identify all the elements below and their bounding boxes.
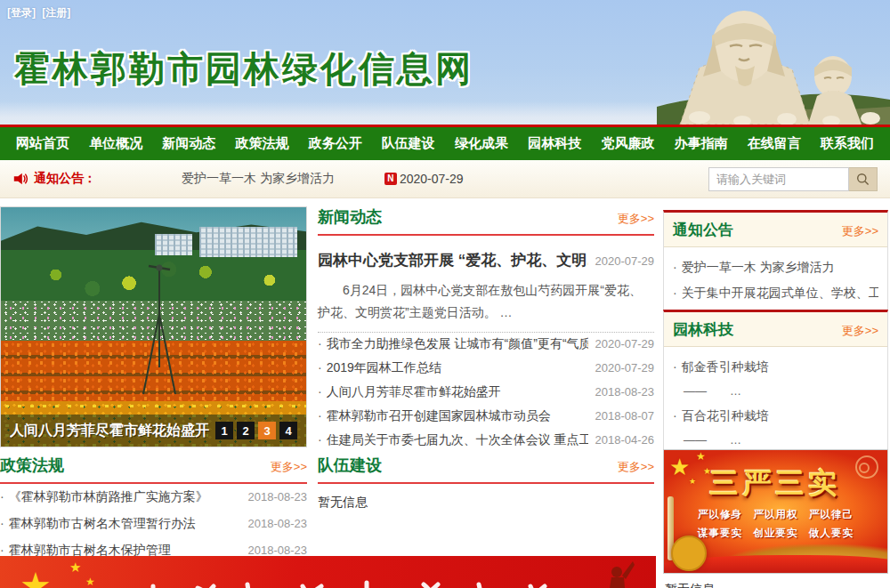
nav-item-greening[interactable]: 绿化成果: [451, 135, 512, 152]
bottom-flag-banner[interactable]: ★ ★ ★ ★: [0, 556, 656, 588]
search-input[interactable]: [708, 167, 849, 191]
new-badge-icon: N: [384, 173, 397, 185]
search-button[interactable]: [849, 167, 878, 191]
news-list-item: ·我市全力助推绿色发展 让城市有“颜值”更有“气质” 2020-07-29: [318, 336, 654, 360]
tech-box-header: 园林科技 更多>>: [664, 312, 887, 347]
flower-field-photo: [1, 207, 306, 447]
news-item-date: 2020-07-29: [595, 337, 655, 350]
photo-carousel[interactable]: 人间八月芳菲尽霍市鲜花始盛开 1 2 3 4: [0, 206, 307, 447]
bullet: ·: [673, 286, 677, 300]
carousel-page-2[interactable]: 2: [237, 422, 255, 439]
news-item-link[interactable]: ·霍林郭勒市召开创建国家园林城市动员会: [318, 408, 588, 424]
news-header: 新闻动态 更多>>: [318, 206, 654, 228]
nav-item-policy[interactable]: 政策法规: [232, 135, 293, 152]
notice-box-item[interactable]: ·关于集中开展花园式单位、学校、工厂...: [673, 280, 878, 306]
tech-box-item-title: 百合花引种栽培: [682, 408, 769, 423]
featured-article-date: 2020-07-29: [595, 254, 655, 268]
team-underline: [318, 482, 654, 484]
news-item-date: 2020-07-29: [595, 361, 655, 375]
bullet: ·: [673, 408, 677, 423]
news-more-link[interactable]: 更多>>: [618, 211, 654, 227]
garden-tech-box: 园林科技 更多>> ·郁金香引种栽培 —— … ·百合花引种栽培 —— …: [663, 310, 888, 461]
photo-tripod: [133, 261, 186, 403]
photo-building: [155, 234, 192, 255]
banner-slogans: 严以修身 严以用权 严以律己 谋事要实 创业要实 做人要实: [664, 505, 887, 542]
news-list-item: ·2019年园林工作总结 2020-07-29: [318, 360, 654, 384]
news-item-link[interactable]: ·2019年园林工作总结: [318, 360, 588, 376]
nav-item-message[interactable]: 在线留言: [744, 135, 805, 152]
carousel-caption[interactable]: 人间八月芳菲尽霍市鲜花始盛开: [10, 422, 215, 440]
tech-box-more-link[interactable]: 更多>>: [842, 323, 878, 339]
policy-more-link[interactable]: 更多>>: [271, 459, 307, 475]
bullet: ·: [0, 543, 4, 557]
tech-box-item-title: 郁金香引种栽培: [682, 359, 769, 374]
bullet: ·: [673, 359, 677, 374]
policy-item-link[interactable]: ·《霍林郭勒市林荫路推广实施方案》: [0, 489, 241, 505]
auth-links: [登录] [注册]: [7, 5, 74, 20]
search-bar: [708, 167, 878, 191]
policy-underline: [0, 482, 307, 484]
party-emblem-icon: [671, 536, 707, 571]
tech-box-item[interactable]: ·郁金香引种栽培: [673, 354, 878, 380]
header-haze-decoration: [0, 101, 676, 125]
carousel-page-1[interactable]: 1: [215, 422, 233, 439]
nav-item-contact[interactable]: 联系我们: [817, 135, 878, 152]
news-item-title: 人间八月芳菲尽霍市鲜花始盛开: [327, 384, 501, 399]
team-building-section: 队伍建设 更多>> 暂无信息: [318, 455, 654, 511]
policy-list-item: ·《霍林郭勒市林荫路推广实施方案》 2018-08-23: [0, 489, 307, 513]
star-icon: ★: [20, 565, 52, 588]
news-list-item: ·住建局关于市委七届九次、十次全体会议 重点工作任... 2018-04-26: [318, 432, 654, 456]
policy-item-title: 霍林郭勒市古树名木管理暂行办法: [9, 516, 196, 530]
team-header: 队伍建设 更多>>: [318, 455, 654, 476]
carousel-caption-bar: 人间八月芳菲尽霍市鲜花始盛开 1 2 3 4: [1, 415, 306, 447]
notice-box-item-title: 关于集中开展花园式单位、学校、工厂...: [682, 286, 878, 300]
carousel-page-3-active[interactable]: 3: [258, 422, 276, 439]
notice-box-item[interactable]: ·爱护一草一木 为家乡增活力: [673, 254, 878, 280]
bullet: ·: [318, 336, 322, 350]
policy-title: 政策法规: [0, 455, 64, 476]
tech-box-item-sub[interactable]: —— …: [673, 380, 878, 403]
featured-article-title[interactable]: 园林中心党支部开展 “爱花、护花、文明…: [318, 250, 588, 270]
policy-item-title: 霍林郭勒市古树名木保护管理: [9, 543, 171, 557]
page-title: 霍林郭勒市园林绿化信息网: [14, 44, 473, 93]
nav-item-home[interactable]: 网站首页: [12, 135, 73, 152]
team-more-link[interactable]: 更多>>: [618, 459, 654, 475]
nav-item-guide[interactable]: 办事指南: [671, 135, 732, 152]
star-icon: ★: [696, 450, 706, 463]
team-empty-text: 暂无信息: [318, 495, 654, 511]
nav-item-team[interactable]: 队伍建设: [378, 135, 439, 152]
tech-box-body: ·郁金香引种栽培 —— … ·百合花引种栽培 —— …: [664, 347, 887, 460]
carousel-page-4[interactable]: 4: [279, 422, 297, 439]
policy-item-link[interactable]: ·霍林郭勒市古树名木管理暂行办法: [0, 516, 241, 532]
news-item-link[interactable]: ·住建局关于市委七届九次、十次全体会议 重点工作任...: [318, 432, 588, 448]
news-underline: [318, 234, 654, 236]
banner-slogan-line1: 严以修身 严以用权 严以律己: [664, 505, 887, 524]
news-item-date: 2018-08-23: [595, 385, 655, 399]
tech-box-item[interactable]: ·百合花引种栽培: [673, 403, 878, 429]
genghis-khan-statues-image: [657, 0, 890, 125]
dotted-divider: [318, 332, 654, 333]
notice-label: 通知公告：: [34, 171, 96, 187]
news-list-item: ·人间八月芳菲尽霍市鲜花始盛开 2018-08-23: [318, 384, 654, 408]
login-link[interactable]: [登录]: [7, 6, 36, 19]
news-item-link[interactable]: ·人间八月芳菲尽霍市鲜花始盛开: [318, 384, 588, 400]
notice-ticker-text[interactable]: 爱护一草一木 为家乡增活力: [182, 171, 335, 187]
nav-item-gov-affairs[interactable]: 政务公开: [305, 135, 366, 152]
notice-box-more-link[interactable]: 更多>>: [842, 223, 878, 239]
news-item-date: 2018-04-26: [595, 433, 655, 447]
nav-item-party[interactable]: 党风廉政: [597, 135, 658, 152]
news-item-title: 住建局关于市委七届九次、十次全体会议 重点工作任...: [327, 432, 588, 447]
news-item-title: 霍林郭勒市召开创建国家园林城市动员会: [327, 408, 551, 423]
policy-item-date: 2018-08-23: [248, 517, 308, 530]
tech-box-title: 园林科技: [673, 319, 733, 340]
policy-item-date: 2018-08-23: [248, 544, 308, 557]
bullet: ·: [318, 408, 322, 423]
three-stricts-banner[interactable]: ★ ★ ★ ★ 三严三实 严以修身 严以用权 严以律己 谋事要实 创业要实 做人…: [663, 449, 888, 574]
nav-item-about[interactable]: 单位概况: [85, 135, 146, 152]
featured-article-row: 园林中心党支部开展 “爱花、护花、文明… 2020-07-29: [318, 250, 654, 270]
news-item-date: 2018-08-07: [595, 409, 655, 423]
nav-item-tech[interactable]: 园林科技: [524, 135, 585, 152]
nav-item-news[interactable]: 新闻动态: [158, 135, 219, 152]
register-link[interactable]: [注册]: [42, 6, 70, 19]
news-item-link[interactable]: ·我市全力助推绿色发展 让城市有“颜值”更有“气质”: [318, 336, 588, 352]
